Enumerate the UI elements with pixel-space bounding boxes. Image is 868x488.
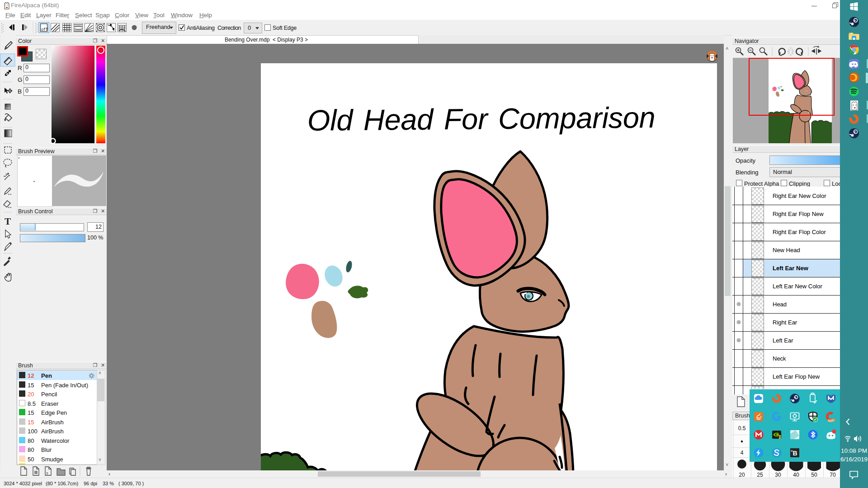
svg-text:50: 50 — [811, 472, 817, 478]
svg-text:6/16/2019: 6/16/2019 — [840, 456, 868, 463]
svg-text:4: 4 — [741, 450, 744, 456]
svg-text:T: T — [5, 216, 11, 227]
svg-text:B: B — [793, 450, 797, 457]
svg-text:0.5: 0.5 — [738, 425, 746, 432]
svg-text:s: s — [46, 471, 48, 475]
svg-text:20: 20 — [739, 472, 745, 478]
svg-text:25: 25 — [757, 472, 763, 478]
svg-text:off: off — [41, 28, 48, 32]
svg-text:40: 40 — [793, 472, 799, 478]
svg-text:Old Head For Comparison: Old Head For Comparison — [307, 101, 655, 137]
svg-text:70: 70 — [830, 472, 836, 478]
svg-text:!: ! — [779, 435, 781, 439]
svg-text:30: 30 — [775, 472, 781, 478]
svg-text:10:08 PM: 10:08 PM — [841, 447, 867, 454]
